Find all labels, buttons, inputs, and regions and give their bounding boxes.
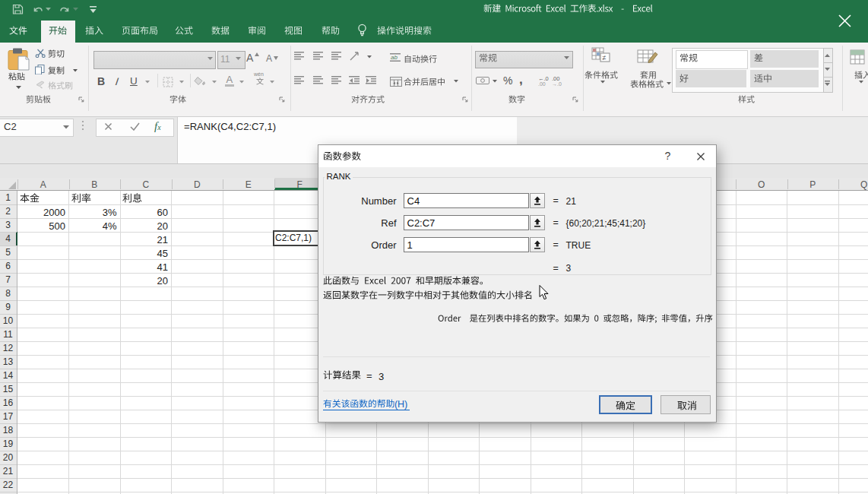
svg-text:ab: ab xyxy=(391,54,398,61)
svg-text:→.0: →.0 xyxy=(552,81,562,86)
svg-text:.00: .00 xyxy=(538,81,546,86)
svg-text:≠: ≠ xyxy=(603,54,607,62)
